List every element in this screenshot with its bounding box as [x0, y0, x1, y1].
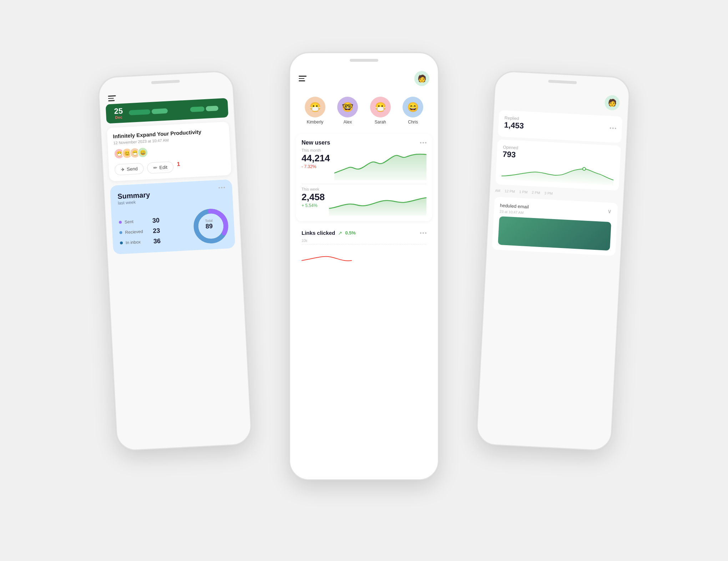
new-users-header: New users — [302, 140, 426, 146]
replied-value: 1,453 — [504, 120, 524, 131]
time-12pm: 12 PM — [505, 189, 515, 193]
new-users-title: New users — [302, 140, 330, 146]
send-icon: ✈ — [121, 167, 125, 172]
summary-inner: Summary last week Sent 30 — [117, 187, 228, 247]
send-label: Send — [127, 166, 138, 172]
btn-row: ✈ Send ✏ Edit 1 — [115, 158, 226, 175]
donut-chart: Total 89 — [190, 206, 228, 243]
summary-stats: Sent 30 Recieved 23 In inbox — [119, 217, 161, 247]
time-2pm: 2 PM — [532, 191, 540, 195]
stat-sent: Sent 30 — [119, 217, 160, 226]
stat-received: Recieved 23 — [119, 227, 160, 237]
users-row: 😷 Kimberly 🤓 Alex 😷 Sarah 😄 Chris — [302, 97, 426, 125]
red-indicator: 1 — [177, 161, 181, 172]
time-1pm: 1 PM — [519, 190, 528, 194]
date-box: 25 Dec — [111, 107, 126, 120]
topbar-center: 🧑 — [290, 67, 438, 89]
opened-chart — [501, 162, 614, 185]
scheduled-card: heduled email ∨ 23 at 10:47 AM — [492, 197, 618, 256]
user-avatar-right[interactable]: 🧑 — [604, 95, 620, 111]
stat-inbox: In inbox 36 — [120, 237, 161, 247]
this-month-value: 44,214 — [302, 153, 330, 163]
summary-card: Summary last week Sent 30 — [110, 179, 236, 254]
trend-icon: ↗ — [338, 230, 342, 236]
notch-left — [151, 80, 180, 84]
sent-dot — [119, 221, 122, 224]
donut-center: Total 89 — [205, 218, 213, 230]
user-sarah: 😷 Sarah — [370, 97, 391, 125]
inbox-value: 36 — [153, 237, 161, 245]
menu-icon-left[interactable] — [108, 95, 116, 101]
notch-right — [548, 80, 577, 84]
links-dots[interactable] — [420, 232, 426, 234]
new-users-card: New users This month 44,214 - 7.32% — [296, 134, 432, 221]
phone-center: 🧑 😷 Kimberly 🤓 Alex 😷 Sarah 😄 — [289, 52, 439, 480]
summary-dots[interactable] — [218, 187, 225, 188]
user-alex: 🤓 Alex — [337, 97, 358, 125]
this-week-change: + 5.54% — [302, 203, 325, 208]
progress-bars — [129, 105, 222, 115]
event-avatars: 😷 😊 😷 😄 — [113, 143, 224, 159]
edit-label: Edit — [159, 164, 167, 170]
avatar-4: 😄 — [137, 147, 148, 158]
replied-dots[interactable] — [610, 127, 616, 129]
this-week-label: This week — [302, 187, 325, 191]
avatar-sarah: 😷 — [370, 97, 391, 117]
user-avatar-center[interactable]: 🧑 — [414, 71, 429, 86]
phone-left: 25 Dec Infinitely Expand Your Productivi… — [97, 70, 252, 451]
user-name-kimberly: Kimberly — [307, 120, 323, 125]
notch-center — [350, 59, 378, 62]
users-card: 😷 Kimberly 🤓 Alex 😷 Sarah 😄 Chris — [296, 92, 432, 131]
email-image-preview — [498, 216, 611, 251]
received-value: 23 — [153, 227, 160, 235]
this-week-value: 2,458 — [302, 192, 325, 202]
avatar-chris: 😄 — [403, 97, 423, 117]
edit-button[interactable]: ✏ Edit — [147, 161, 174, 173]
week-chart — [329, 191, 426, 216]
avatar-alex: 🤓 — [337, 97, 358, 117]
month-chart — [334, 152, 426, 180]
time-am: AM — [495, 188, 501, 193]
time-3pm: 3 PM — [544, 191, 553, 195]
links-title: Links clicked — [302, 230, 335, 236]
grid-line — [302, 244, 426, 244]
links-chart-partial — [302, 252, 426, 262]
phone-right: 🧑 Replied 1,453 Opened 793 — [476, 70, 631, 451]
user-chris: 😄 Chris — [403, 97, 423, 125]
sent-value: 30 — [152, 217, 160, 224]
menu-icon-center[interactable] — [299, 76, 307, 81]
links-header: Links clicked ↗ 0.5% — [302, 230, 426, 236]
avatar-kimberly: 😷 — [305, 97, 325, 117]
event-card: Infinitely Expand Your Productivity 12 N… — [107, 121, 231, 181]
chevron-down-icon[interactable]: ∨ — [607, 208, 612, 215]
grid-label: 10k — [302, 239, 426, 243]
left-content: 25 Dec Infinitely Expand Your Productivi… — [100, 97, 241, 254]
date-month: Dec — [115, 115, 122, 120]
user-kimberly: 😷 Kimberly — [305, 97, 325, 125]
user-name-alex: Alex — [344, 120, 352, 125]
date-number: 25 — [114, 107, 123, 115]
edit-icon: ✏ — [153, 165, 157, 171]
received-label: Recieved — [125, 229, 150, 235]
sent-label: Sent — [125, 218, 150, 225]
send-button[interactable]: ✈ Send — [115, 163, 144, 175]
replied-card: Replied 1,453 — [498, 110, 622, 143]
inbox-dot — [120, 242, 123, 244]
inbox-label: In inbox — [126, 239, 151, 245]
links-card: Links clicked ↗ 0.5% 10k — [296, 224, 432, 268]
svg-point-3 — [582, 167, 586, 170]
summary-title: Summary — [117, 191, 150, 201]
total-value: 89 — [205, 222, 213, 230]
received-dot — [119, 231, 122, 234]
opened-card: Opened 793 — [495, 139, 621, 191]
new-users-dots[interactable] — [420, 142, 426, 143]
this-month-change: - 7.32% — [302, 164, 330, 169]
user-name-sarah: Sarah — [375, 120, 386, 125]
scheduled-title: heduled email — [500, 203, 529, 209]
user-name-chris: Chris — [408, 120, 418, 125]
this-month-label: This month — [302, 148, 330, 152]
links-change: 0.5% — [345, 230, 356, 236]
